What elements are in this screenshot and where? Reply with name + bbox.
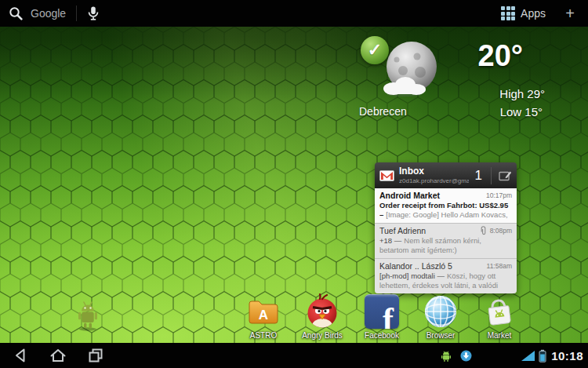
check-glyph: ✓ xyxy=(368,40,382,60)
android-figurine-widget[interactable] xyxy=(74,300,101,334)
system-bar: 10:18 xyxy=(0,343,588,368)
angry-birds-app-icon xyxy=(304,293,340,330)
facebook-app-icon: f xyxy=(364,293,400,330)
market-bag-icon xyxy=(481,293,517,330)
email-row-0[interactable]: Android Market 10:17pm Order receipt fro… xyxy=(375,188,517,223)
back-button[interactable] xyxy=(9,345,31,366)
signal-strength-icon xyxy=(521,350,535,362)
home-icon xyxy=(48,346,68,365)
browser-globe-icon xyxy=(423,293,459,330)
email-time: 10:17pm xyxy=(486,191,512,199)
battery-icon xyxy=(539,349,546,363)
recent-apps-icon xyxy=(85,346,106,365)
gmail-icon xyxy=(379,170,394,181)
cloud-icon xyxy=(379,74,430,97)
email-subject: +18 — xyxy=(379,236,401,245)
android-home-screen: Google Apps + xyxy=(0,0,588,368)
apps-grid-icon xyxy=(501,6,515,20)
header-divider xyxy=(491,167,492,184)
weather-ok-check-icon: ✓ xyxy=(361,36,389,64)
email-snippet: [Image: Google] Hello Adam Kovacs, Thank… xyxy=(379,210,508,220)
astro-app-icon: A xyxy=(245,293,281,330)
app-shortcut-angry-birds[interactable]: Angry Birds xyxy=(297,293,347,340)
low-temperature: Low 15° xyxy=(451,105,543,118)
email-preview: Order receipt from Fahrbot: US$2.95 –[Im… xyxy=(379,201,512,220)
add-to-home-button[interactable]: + xyxy=(555,0,585,27)
current-temperature: 20° xyxy=(459,39,523,73)
app-shortcut-market[interactable]: Market xyxy=(474,293,524,340)
inbox-title: Inbox xyxy=(399,166,469,177)
high-temperature: High 29° xyxy=(451,87,545,100)
topbar-right-actions: Apps + xyxy=(492,0,588,27)
app-label: ASTRO xyxy=(250,331,277,340)
app-label: Market xyxy=(488,331,512,340)
unread-count-badge: 1 xyxy=(474,168,484,184)
weather-city: Debrecen xyxy=(359,105,407,118)
gmail-widget-header[interactable]: Inbox z0d1ak.prohardver@gmail... 1 xyxy=(375,162,517,188)
gmail-inbox-widget[interactable]: Inbox z0d1ak.prohardver@gmail... 1 Andro… xyxy=(375,162,517,293)
email-sender: Kalandor .. László 5 xyxy=(379,261,484,271)
account-email: z0d1ak.prohardver@gmail... xyxy=(399,177,469,184)
astro-letter: A xyxy=(259,308,268,322)
search-divider xyxy=(76,5,77,21)
recent-apps-button[interactable] xyxy=(85,345,107,366)
email-time: 11:58am xyxy=(487,262,512,270)
gmail-account-block: Inbox z0d1ak.prohardver@gmail... xyxy=(399,166,469,184)
email-sender: Tuef Adrienn xyxy=(379,226,477,235)
search-icon[interactable] xyxy=(8,5,24,21)
email-subject: [ph-mod] modtali — xyxy=(379,271,445,280)
navigation-buttons xyxy=(0,345,107,366)
email-time: 8:08pm xyxy=(490,227,512,235)
apps-button[interactable]: Apps xyxy=(492,0,555,27)
google-search-label[interactable]: Google xyxy=(31,7,66,20)
home-button[interactable] xyxy=(47,345,69,366)
app-shortcut-astro[interactable]: A ASTRO xyxy=(238,293,289,340)
clock[interactable]: 10:18 xyxy=(551,349,583,363)
download-notification-icon[interactable] xyxy=(460,350,472,362)
facebook-f-letter: f xyxy=(383,301,394,329)
app-shortcut-facebook[interactable]: f Facebook xyxy=(357,293,407,340)
google-search-widget[interactable]: Google xyxy=(0,0,107,27)
microphone-icon[interactable] xyxy=(87,5,100,21)
android-robot-icon xyxy=(74,300,101,331)
top-action-bar: Google Apps + xyxy=(0,0,588,27)
app-shortcut-browser[interactable]: Browser xyxy=(416,293,466,340)
android-notification-icon[interactable] xyxy=(441,350,452,362)
attachment-paperclip-icon xyxy=(480,226,487,235)
email-sender: Android Market xyxy=(379,191,483,200)
apps-label: Apps xyxy=(521,7,546,20)
status-area[interactable]: 10:18 xyxy=(441,349,588,363)
app-label: Angry Birds xyxy=(302,331,343,340)
email-row-2[interactable]: Kalandor .. László 5 11:58am [ph-mod] mo… xyxy=(375,258,517,293)
compose-icon[interactable] xyxy=(499,170,512,181)
plus-icon: + xyxy=(565,5,575,23)
app-label: Facebook xyxy=(365,331,399,340)
email-preview: +18 —Nem kell számon kérni, betartom ami… xyxy=(379,236,512,255)
email-row-1[interactable]: Tuef Adrienn 8:08pm +18 —Nem kell számon… xyxy=(375,223,517,258)
back-icon xyxy=(10,346,31,365)
app-label: Browser xyxy=(426,331,456,340)
email-preview: [ph-mod] modtali —Köszi, hogy ott lehett… xyxy=(379,271,512,290)
